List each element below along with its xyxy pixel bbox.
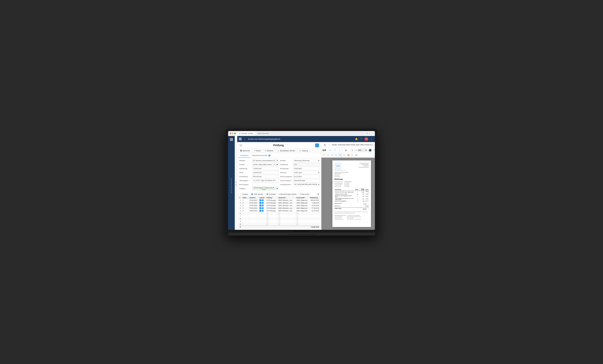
geprueft-checkbox[interactable]: ✓ [259, 199, 261, 201]
empty-select[interactable]: ▾ [267, 221, 268, 223]
empty-select[interactable]: ▾ [267, 218, 268, 220]
cell-geprueft[interactable]: ✓ i [259, 209, 266, 212]
empty-kostenstelle[interactable]: ▾ [296, 218, 298, 220]
empty-sachkonto[interactable]: ▾ [278, 218, 280, 220]
empty-kostenstelle[interactable]: ▾ [296, 212, 298, 214]
more-icon[interactable]: ⋮ [369, 137, 373, 141]
pruefer-abrufen-button[interactable]: 👤 Prüfer abrufen [250, 193, 264, 196]
pdf-highlight-icon[interactable]: ⬛ [368, 148, 372, 152]
ann-color-chevron-icon[interactable]: ▾ [350, 153, 354, 157]
pdf-edit-icon[interactable]: ✏ [328, 148, 332, 152]
sidebar-expand-down[interactable]: ▼ [235, 184, 237, 186]
cell-geprueft[interactable]: ✓ i [259, 199, 266, 201]
clearing-button[interactable]: 🔧 Clearing [298, 149, 309, 153]
info-icon[interactable]: i [262, 207, 264, 209]
zuschläge-button[interactable]: ➕ Zuschläge [265, 193, 277, 196]
info-icon[interactable]: i [262, 210, 264, 212]
address-bar[interactable]: app.d-velop.cloud [256, 132, 365, 135]
sidebar-grid-icon[interactable] [229, 137, 234, 142]
pdf-page-input[interactable] [350, 149, 354, 152]
cell-geprueft[interactable]: ✓ i [259, 204, 266, 207]
mandant-btn[interactable]: ▼ [276, 159, 279, 162]
fälligkeit-btn[interactable]: ▶ [276, 187, 279, 190]
empty-kostenstelle[interactable]: ▾ [296, 221, 298, 223]
info-icon[interactable]: i [262, 205, 264, 207]
notification-icon[interactable]: 🔔 [354, 137, 358, 141]
chrome-bookmark-icon[interactable]: ☆ [369, 132, 371, 134]
chrome-refresh-icon[interactable]: ↻ [366, 132, 368, 134]
kreditor-nav-btn[interactable]: ▶ [276, 163, 279, 166]
weiter-button[interactable]: ➜ Weiter [253, 149, 262, 153]
empty-sachkonto[interactable]: ▾ [278, 215, 280, 217]
empty-select[interactable]: ▾ [267, 223, 268, 225]
währung-select[interactable]: EUR | Euro [293, 171, 320, 174]
geprueft-checkbox[interactable]: ✓ [259, 207, 261, 209]
geprueft-checkbox[interactable]: ✓ [259, 205, 261, 207]
pdf-panel-icon[interactable]: ▤ [323, 143, 326, 146]
mwst-input[interactable] [252, 171, 279, 174]
bestellungen-input[interactable] [293, 167, 320, 170]
panel-collapse-icon[interactable]: ▤ [239, 144, 242, 147]
empty-select[interactable]: ▾ [267, 212, 268, 214]
table-grid-icon[interactable]: ⊞ [316, 193, 320, 196]
help-icon[interactable]: ❓ [359, 137, 363, 141]
ann-pen-icon[interactable]: ✒ [331, 153, 334, 157]
chrome-maximize[interactable] [234, 133, 236, 134]
ann-minus-icon[interactable]: — [373, 153, 375, 157]
ann-link-icon[interactable]: 🔗 [354, 153, 358, 157]
sum-value: 718,82 EUR [309, 225, 320, 228]
kreditor-search-btn[interactable]: 🔍 [273, 163, 276, 166]
attachment-icon[interactable]: 📎 [315, 143, 319, 147]
chrome-menu-icon[interactable]: ⋮ [371, 132, 373, 134]
geprueft-checkbox[interactable]: ✓ [259, 210, 261, 212]
buchungstext-input[interactable] [252, 183, 279, 186]
alles-prüfen-button[interactable]: ☑ Alles prüfen [299, 193, 311, 196]
info-icon[interactable]: i [262, 199, 264, 201]
belegart-select[interactable]: Rechnung | Rechnung [293, 159, 320, 162]
bruttobetrag-input[interactable] [252, 175, 279, 178]
bezeichnungen-button[interactable]: 🏷 Bezeichnungen abrufen [278, 193, 298, 196]
kreditorbankver-select[interactable]: 007 | DE02 3006 0601 0002 4746 89 [293, 183, 320, 186]
rechnungsdatum-input[interactable] [293, 175, 320, 178]
pdf-zoom-in-icon[interactable]: 🔍 [373, 148, 375, 152]
tab-historie[interactable]: Historie/Kommentare 4 [250, 153, 272, 158]
pdf-more-icon[interactable]: ⋮ [338, 148, 342, 152]
ann-color-icon[interactable]: 🎨 [347, 153, 350, 157]
user-avatar[interactable]: CH [364, 137, 368, 141]
nav-back-icon[interactable]: ← [243, 137, 246, 141]
ann-chevron-icon[interactable]: ▾ [326, 153, 330, 157]
geprueft-checkbox[interactable]: ✓ [259, 202, 261, 204]
zahlungsbed-input[interactable] [252, 179, 279, 182]
kreditor-input[interactable] [252, 163, 273, 166]
nettobetrag-input[interactable] [252, 167, 279, 170]
nav-grid-icon[interactable] [239, 138, 242, 140]
empty-select[interactable]: ▾ [267, 215, 268, 217]
pdf-back-icon[interactable]: ← [327, 143, 331, 146]
empty-sachkonto[interactable]: ▾ [278, 223, 280, 225]
sidebar-expand-up[interactable]: ▲ [235, 181, 237, 183]
empty-sachkonto[interactable]: ▾ [278, 221, 280, 223]
pdf-zoom-select[interactable]: 50% 75% 100% [358, 149, 367, 152]
empty-sachkonto[interactable]: ▾ [278, 212, 280, 214]
pdf-thumbnail-icon[interactable]: ▤ [344, 148, 348, 152]
ann-text-icon[interactable]: T [323, 153, 326, 157]
pdf-pdf-icon[interactable]: 📄 [333, 148, 337, 152]
cell-geprueft[interactable]: ✓ i [259, 207, 266, 209]
mandant-input[interactable] [252, 159, 276, 162]
chrome-close[interactable] [230, 133, 231, 134]
ann-check-chevron-icon[interactable]: ▾ [342, 153, 346, 157]
bestelldaten-button[interactable]: 🛒 Bestelldaten abrufen [276, 149, 297, 153]
ann-pen-chevron-icon[interactable]: ▾ [334, 153, 338, 157]
info-icon[interactable]: i [262, 202, 264, 204]
save-button[interactable]: 💾 Speichern [239, 149, 252, 153]
empty-kostenstelle[interactable]: ▾ [296, 223, 298, 225]
vorlagen-button[interactable]: 📄 Vorlagen [239, 193, 249, 196]
empty-kostenstelle[interactable]: ▾ [296, 215, 298, 217]
chrome-tab[interactable]: 🔒 Prüfung - d.velop [237, 131, 255, 135]
ablehnen-button[interactable]: ✕ Ablehnen [263, 149, 275, 153]
ann-check-icon[interactable]: ✓ [339, 153, 342, 157]
chrome-minimize[interactable] [232, 133, 233, 134]
tab-belegdaten[interactable]: Belegdaten [239, 153, 250, 158]
cell-geprueft[interactable]: ✓ i [259, 201, 266, 204]
ext-beleg-input[interactable] [293, 179, 320, 182]
